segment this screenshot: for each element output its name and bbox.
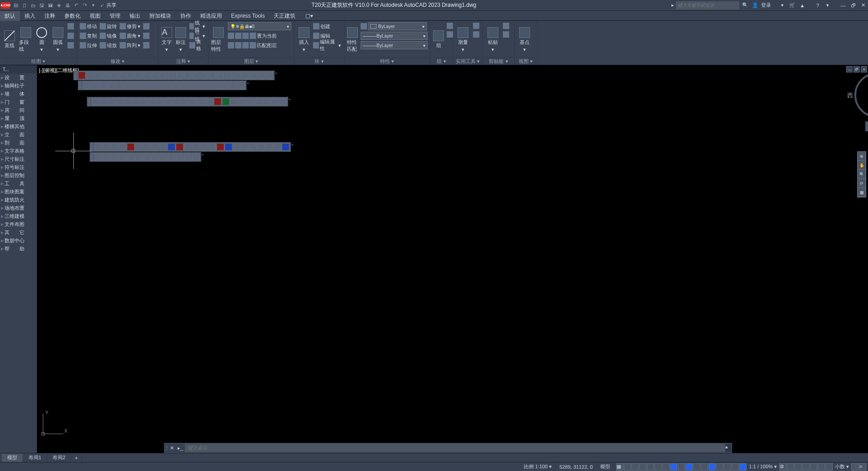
qat-web-icon[interactable]: ◈	[55, 1, 63, 10]
sb-monitor-icon[interactable]	[795, 463, 802, 471]
search-input[interactable]	[676, 1, 739, 10]
sp-tools[interactable]: ▶工 具	[0, 179, 37, 187]
lineweight-dropdown[interactable]: ——— ByLayer▾	[361, 32, 428, 40]
sb-otrack-icon[interactable]	[685, 463, 693, 471]
panel-draw-title[interactable]: 绘图 ▾	[2, 58, 75, 65]
cmd-close-icon[interactable]: ✕	[168, 445, 176, 451]
nav-pan-icon[interactable]: ✋	[858, 161, 866, 170]
help-dd-icon[interactable]: ▾	[824, 1, 832, 10]
tab-layout2[interactable]: 布局2	[47, 454, 71, 462]
move-button[interactable]: 移动	[79, 22, 98, 31]
text-button[interactable]: A文字▾	[160, 22, 174, 58]
layer-btn-5[interactable]	[228, 42, 234, 48]
viewport-label[interactable]: [-][俯视][二维线框]	[39, 67, 79, 74]
vp-close-icon[interactable]: ✕	[861, 66, 867, 72]
sp-settings[interactable]: ▶设 置	[0, 73, 37, 82]
panel-modify-title[interactable]: 修改 ▾	[79, 58, 156, 65]
sb-units-icon[interactable]	[810, 463, 817, 471]
array-button[interactable]: 阵列▾	[119, 41, 141, 50]
add-layout-button[interactable]: +	[71, 454, 82, 462]
ribbon-collapse-icon[interactable]: ▢▾	[303, 11, 316, 21]
cart-icon[interactable]: 🛒	[788, 1, 796, 10]
layer-btn-6[interactable]	[235, 42, 241, 48]
nav-zoom-icon[interactable]: 🔍	[858, 170, 866, 179]
app-icon[interactable]: A.CAD	[1, 2, 10, 9]
ucs-icon[interactable]: Y X	[41, 411, 68, 439]
sp-roof[interactable]: ▶屋 顶	[0, 114, 37, 122]
sp-help[interactable]: ▶帮 助	[0, 245, 37, 253]
insert-block-button[interactable]: 插入▾	[296, 22, 311, 58]
copy-clip-icon[interactable]	[503, 31, 509, 38]
qat-undo-icon[interactable]: ↶	[72, 1, 80, 10]
sp-elev[interactable]: ▶立 面	[0, 130, 37, 139]
layer-dropdown[interactable]: 💡❄🔒🖶■ 0▾	[228, 22, 291, 30]
qat-dropdown-icon[interactable]: ▾	[89, 1, 97, 10]
sb-clean-icon[interactable]	[851, 463, 858, 471]
sp-grid[interactable]: ▶轴网柱子	[0, 82, 37, 90]
sp-stair[interactable]: ▶楼梯其他	[0, 122, 37, 130]
measure-button[interactable]: 测量▾	[455, 22, 471, 58]
floating-toolbar-4[interactable]: ×	[90, 142, 291, 152]
restore-icon[interactable]: 🗗	[849, 1, 857, 10]
arc-button[interactable]: 圆弧▾	[50, 22, 66, 58]
tab-annotate[interactable]: 注释	[40, 11, 60, 21]
mirror-button[interactable]: 镜像	[99, 31, 118, 40]
sb-iso-icon[interactable]	[662, 463, 670, 471]
scale-button[interactable]: 缩放	[99, 41, 118, 50]
draw-extra-2[interactable]	[67, 31, 75, 40]
tab-manage[interactable]: 管理	[105, 11, 125, 21]
sb-snap-icon[interactable]	[624, 463, 631, 471]
tab-addons[interactable]: 附加模块	[145, 11, 176, 21]
sp-room[interactable]: ▶房 间	[0, 106, 37, 114]
sb-gizmo-icon[interactable]	[732, 463, 739, 471]
wcs-dropdown[interactable]: WCS ▾	[865, 121, 868, 131]
layer-props-button[interactable]: 图层特性	[210, 22, 226, 58]
sp-section[interactable]: ▶剖 面	[0, 139, 37, 147]
qat-menu-icon[interactable]: ▤	[12, 1, 20, 10]
set-current-button[interactable]: 置为当前	[257, 33, 277, 39]
color-dropdown[interactable]: ByLayer▾	[368, 22, 427, 30]
sp-block[interactable]: ▶图块图案	[0, 187, 37, 196]
sb-polar-icon[interactable]	[655, 463, 662, 471]
drawing-viewport[interactable]: [-][俯视][二维线框] — 🗗 ✕ × × × ×	[37, 65, 868, 453]
sb-selfilter-icon[interactable]	[724, 463, 731, 471]
autodesk-icon[interactable]: ▲	[798, 1, 806, 10]
tab-default[interactable]: 默认	[0, 11, 20, 21]
edit-attr-button[interactable]: 编辑属性▾	[312, 41, 342, 50]
login-button[interactable]: 登录	[761, 2, 771, 9]
line-button[interactable]: 直线	[2, 22, 17, 58]
side-panel-tab[interactable]: T...	[0, 65, 37, 73]
nav-wheel-icon[interactable]: ⊕	[858, 152, 866, 161]
tab-parametric[interactable]: 参数化	[60, 11, 85, 21]
status-model[interactable]: 模型	[597, 462, 614, 471]
sp-layer[interactable]: ▶图层控制	[0, 171, 37, 179]
match-props-button[interactable]: 特性匹配	[346, 22, 359, 58]
share-icon[interactable]: ➹	[98, 1, 106, 10]
sp-fire[interactable]: ▶建筑防火	[0, 196, 37, 204]
table-button[interactable]: 表格	[188, 41, 206, 50]
sb-custom-icon[interactable]: ≡	[859, 463, 866, 471]
floating-toolbar-1[interactable]: ×	[73, 71, 275, 80]
paste-button[interactable]: 粘贴▾	[485, 22, 501, 58]
vp-restore-icon[interactable]: 🗗	[854, 66, 860, 72]
sp-file[interactable]: ▶文件布图	[0, 220, 37, 228]
sb-ducs-icon[interactable]	[716, 463, 723, 471]
panel-util-title[interactable]: 实用工具 ▾	[455, 58, 481, 65]
command-input[interactable]	[185, 444, 725, 452]
color-icon[interactable]	[361, 23, 367, 29]
sb-dynamic-icon[interactable]	[639, 463, 646, 471]
sp-text[interactable]: ▶文字表格	[0, 147, 37, 155]
mod-extra[interactable]	[142, 22, 150, 31]
sb-trans-icon[interactable]	[701, 463, 708, 471]
layer-btn-8[interactable]	[250, 42, 256, 48]
mod-extra3[interactable]	[142, 41, 150, 50]
tab-model[interactable]: 模型	[2, 454, 23, 462]
qat-new-icon[interactable]: 🗋	[20, 1, 29, 10]
layer-btn-2[interactable]	[235, 33, 241, 39]
panel-block-title[interactable]: 块 ▾	[296, 58, 342, 65]
qat-redo-icon[interactable]: ↷	[81, 1, 89, 10]
qat-plot-icon[interactable]: 🖶	[63, 1, 72, 10]
match-layer-button[interactable]: 匹配图层	[257, 42, 277, 49]
sb-lwt-icon[interactable]	[693, 463, 700, 471]
dim-button[interactable]: 标注▾	[174, 22, 188, 58]
